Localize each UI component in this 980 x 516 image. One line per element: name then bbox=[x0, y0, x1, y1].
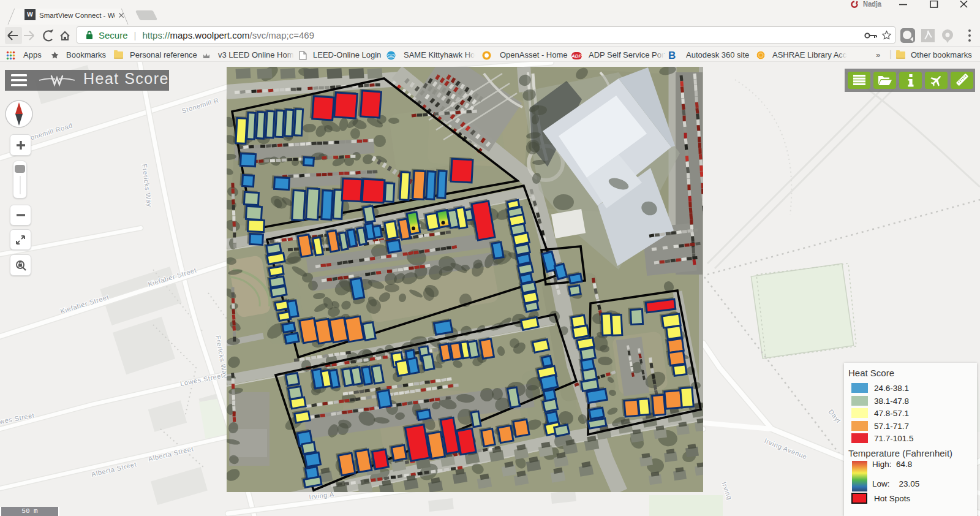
svg-text:ADP: ADP bbox=[571, 53, 582, 59]
